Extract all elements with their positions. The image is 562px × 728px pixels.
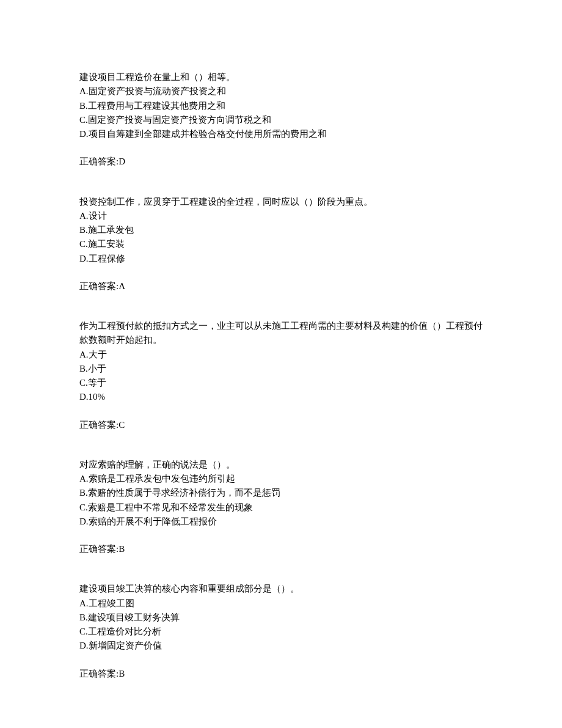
question-block-2: 投资控制工作，应贯穿于工程建设的全过程，同时应以（）阶段为重点。 A.设计 B.… [79, 195, 483, 294]
option-a: A.工程竣工图 [79, 597, 483, 611]
question-text: 对应索赔的理解，正确的说法是（）。 [79, 458, 483, 472]
question-text: 作为工程预付款的抵扣方式之一，业主可以从未施工工程尚需的主要材料及构建的价值（）… [79, 319, 483, 348]
option-a: A.大于 [79, 348, 483, 362]
option-b: B.建设项目竣工财务决算 [79, 611, 483, 625]
option-b: B.小于 [79, 362, 483, 376]
question-text: 投资控制工作，应贯穿于工程建设的全过程，同时应以（）阶段为重点。 [79, 195, 483, 209]
answer-text: 正确答案:D [79, 155, 483, 169]
option-a: A.固定资产投资与流动资产投资之和 [79, 84, 483, 98]
option-d: D.10% [79, 390, 483, 404]
option-b: B.工程费用与工程建设其他费用之和 [79, 99, 483, 113]
question-block-4: 对应索赔的理解，正确的说法是（）。 A.索赔是工程承发包中发包违约所引起 B.索… [79, 458, 483, 557]
option-c: C.索赔是工程中不常见和不经常发生的现象 [79, 501, 483, 515]
option-d: D.索赔的开展不利于降低工程报价 [79, 515, 483, 529]
option-c: C.施工安装 [79, 237, 483, 251]
answer-text: 正确答案:B [79, 542, 483, 556]
question-text: 建设项目工程造价在量上和（）相等。 [79, 70, 483, 84]
question-block-3: 作为工程预付款的抵扣方式之一，业主可以从未施工工程尚需的主要材料及构建的价值（）… [79, 319, 483, 432]
answer-text: 正确答案:A [79, 279, 483, 293]
option-a: A.索赔是工程承发包中发包违约所引起 [79, 472, 483, 486]
question-block-5: 建设项目竣工决算的核心内容和重要组成部分是（）。 A.工程竣工图 B.建设项目竣… [79, 582, 483, 681]
question-text: 建设项目竣工决算的核心内容和重要组成部分是（）。 [79, 582, 483, 596]
question-block-1: 建设项目工程造价在量上和（）相等。 A.固定资产投资与流动资产投资之和 B.工程… [79, 70, 483, 169]
option-b: B.索赔的性质属于寻求经济补偿行为，而不是惩罚 [79, 486, 483, 500]
option-a: A.设计 [79, 209, 483, 223]
option-d: D.工程保修 [79, 252, 483, 266]
option-d: D.新增固定资产价值 [79, 639, 483, 653]
option-d: D.项目自筹建到全部建成并检验合格交付使用所需的费用之和 [79, 127, 483, 141]
answer-text: 正确答案:B [79, 667, 483, 681]
answer-text: 正确答案:C [79, 418, 483, 432]
option-c: C.工程造价对比分析 [79, 625, 483, 639]
option-b: B.施工承发包 [79, 223, 483, 237]
option-c: C.等于 [79, 376, 483, 390]
option-c: C.固定资产投资与固定资产投资方向调节税之和 [79, 113, 483, 127]
